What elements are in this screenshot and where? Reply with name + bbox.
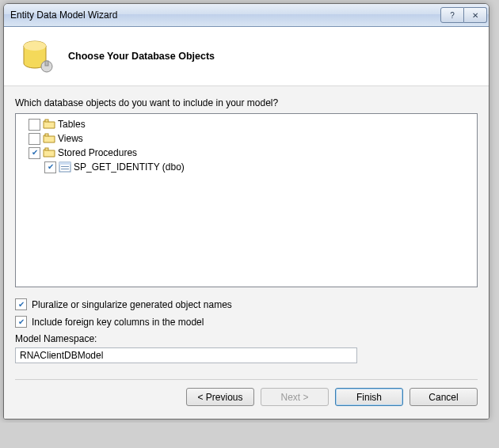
svg-rect-10 [61, 169, 69, 169]
checkmark-icon [29, 119, 40, 131]
tree-item[interactable]: Tables [17, 117, 475, 131]
wizard-body: Which database objects do you want to in… [4, 86, 489, 419]
checkmark-icon [29, 133, 40, 145]
wizard-window: Entity Data Model Wizard ? ✕ Choose Your… [3, 3, 489, 420]
previous-button[interactable]: < Previous [186, 388, 254, 406]
tree-item[interactable]: SP_GET_IDENTITY (dbo) [17, 160, 475, 174]
checkmark-icon [44, 161, 56, 173]
folder-icon [43, 118, 55, 131]
help-button[interactable]: ? [440, 7, 464, 23]
checkmark-icon [15, 298, 27, 310]
finish-button[interactable]: Finish [335, 388, 403, 406]
options-group: Pluralize or singularize generated objec… [15, 298, 478, 328]
foreign-keys-label: Include foreign key columns in the model [32, 317, 204, 328]
checkmark-icon [15, 316, 27, 328]
next-button: Next > [261, 388, 329, 406]
page-title: Choose Your Database Objects [68, 51, 215, 62]
tree-item[interactable]: Views [17, 131, 475, 146]
svg-rect-8 [59, 162, 70, 165]
titlebar-buttons: ? ✕ [440, 7, 487, 23]
objects-tree[interactable]: TablesViewsStored ProceduresSP_GET_IDENT… [15, 113, 478, 287]
checkmark-icon [29, 147, 40, 159]
prompt-text: Which database objects do you want to in… [15, 97, 478, 108]
namespace-label: Model Namespace: [15, 333, 478, 344]
close-button[interactable]: ✕ [464, 7, 487, 23]
tree-item[interactable]: Stored Procedures [17, 146, 475, 160]
namespace-input[interactable] [15, 347, 357, 363]
titlebar: Entity Data Model Wizard ? ✕ [4, 4, 489, 27]
svg-point-1 [24, 41, 46, 51]
wizard-header: Choose Your Database Objects [4, 27, 489, 86]
svg-rect-4 [45, 120, 48, 122]
pluralize-checkbox[interactable]: Pluralize or singularize generated objec… [15, 298, 478, 310]
procedure-icon [59, 161, 71, 173]
svg-rect-9 [61, 166, 69, 167]
svg-rect-5 [45, 134, 48, 136]
pluralize-label: Pluralize or singularize generated objec… [32, 299, 232, 310]
tree-item-label: Views [58, 131, 83, 146]
separator [15, 379, 478, 380]
folder-icon [43, 146, 55, 159]
svg-rect-6 [45, 148, 48, 150]
svg-rect-3 [45, 61, 48, 66]
tree-item-label: Stored Procedures [58, 146, 137, 160]
database-icon [19, 37, 57, 75]
tree-item-label: SP_GET_IDENTITY (dbo) [74, 160, 185, 174]
window-title: Entity Data Model Wizard [10, 9, 440, 21]
tree-item-label: Tables [58, 117, 86, 131]
footer-buttons: < Previous Next > Finish Cancel [15, 388, 478, 416]
question-icon: ? [450, 11, 455, 20]
cancel-button[interactable]: Cancel [409, 388, 478, 406]
folder-icon [43, 132, 55, 145]
foreign-keys-checkbox[interactable]: Include foreign key columns in the model [15, 316, 478, 328]
close-icon: ✕ [472, 11, 478, 20]
